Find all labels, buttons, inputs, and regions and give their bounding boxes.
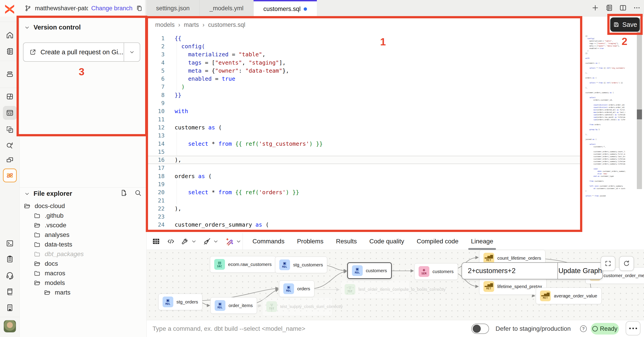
code-editor-panel[interactable]: models›marts›customers.sql 1{{2 config(3… (147, 16, 644, 233)
copilot-wand-icon[interactable] (225, 237, 234, 246)
building-icon[interactable] (3, 301, 17, 315)
code-text: meta = {"owner": "data-team"}, (164, 67, 289, 74)
panel-tab-problems[interactable]: Problems (297, 233, 323, 250)
file-tree-item-.github[interactable]: .github (20, 211, 146, 220)
file-tree-item-macros[interactable]: macros (20, 268, 146, 278)
lineage-node-customers-model[interactable]: ▣MDLcustomers (347, 262, 392, 279)
tab-settings.json[interactable]: settings.json (146, 0, 200, 16)
copilot-dropdown-chevron-icon[interactable] (236, 238, 242, 244)
lineage-node-stg-orders[interactable]: ▣MDLstg_orders (158, 294, 202, 310)
version-control-header[interactable]: Version control (24, 24, 81, 31)
save-button[interactable]: Save (610, 17, 640, 32)
help-icon[interactable]: ? (580, 325, 587, 332)
editor-scrollbar-thumb[interactable] (637, 109, 642, 119)
panel-tab-lineage[interactable]: Lineage (471, 233, 493, 250)
lineage-node-test-order-items[interactable]: ▽TSTtest_order_items_compute_to_bools_co… (340, 280, 410, 299)
new-file-icon[interactable] (120, 189, 128, 197)
lineage-node-order-items[interactable]: ▣MDLorder_items (210, 297, 257, 314)
code-view-icon[interactable] (166, 237, 175, 246)
status-ring-icon (592, 326, 598, 332)
file-tree-label: docs-cloud (35, 202, 65, 210)
node-label: test_supply_costs_sum_correctly (280, 304, 343, 309)
plus-icon[interactable] (591, 4, 599, 13)
stack-icon[interactable] (3, 67, 17, 81)
status-label: Ready (600, 325, 618, 332)
node-label: lifetime_spend_pretax (497, 284, 542, 289)
lineage-canvas[interactable]: ▤SRCecom.raw_customers▣MDLstg_customers▣… (147, 250, 644, 320)
clipboard-icon[interactable] (3, 252, 17, 266)
dashboard-icon[interactable] (3, 90, 17, 103)
file-tree-item-dbt_packages[interactable]: dbt_packages (20, 249, 146, 259)
breadcrumb-item[interactable]: customers.sql (208, 21, 246, 28)
copy-frame-icon[interactable] (3, 123, 17, 137)
file-tree-item-.vscode[interactable]: .vscode (20, 220, 146, 230)
fullscreen-icon (604, 260, 612, 267)
code-editor-icon[interactable] (3, 106, 17, 120)
tab-customers.sql[interactable]: customers.sql (254, 0, 317, 16)
tab-_models.yml[interactable]: _models.yml (200, 0, 254, 16)
file-tree-item-marts[interactable]: marts (20, 288, 146, 297)
copy-branch-icon[interactable] (136, 5, 143, 12)
notebook-panel-icon[interactable] (605, 4, 613, 13)
file-tree-item-docs-cloud[interactable]: docs-cloud (20, 201, 146, 211)
book-icon[interactable] (3, 285, 17, 299)
minimap[interactable]: {{ config( materialized = "table", tags … (586, 35, 625, 211)
file-tree-item-data-tests[interactable]: data-tests (20, 240, 146, 249)
change-branch-link[interactable]: Change branch (91, 5, 132, 12)
home-icon[interactable] (3, 28, 17, 42)
dbt-logo-icon[interactable] (4, 3, 16, 15)
refresh-button[interactable] (619, 256, 634, 271)
results-table-icon[interactable] (152, 237, 160, 246)
panel-tab-results[interactable]: Results (336, 233, 357, 250)
node-label: order_items (228, 303, 253, 308)
ellipsis-icon[interactable] (633, 4, 641, 13)
breadcrumb-item[interactable]: models (155, 21, 175, 28)
code-line-23: 23 (147, 213, 582, 221)
build-wrench-icon[interactable] (181, 237, 190, 246)
windows-icon[interactable] (3, 153, 17, 167)
copilot-atom-icon[interactable] (3, 168, 17, 182)
format-dropdown-chevron-icon[interactable] (213, 238, 219, 244)
annotation-number-3: 3 (79, 66, 84, 78)
build-dropdown-chevron-icon[interactable] (191, 238, 197, 244)
panel-tab-compiled-code[interactable]: Compiled code (416, 233, 458, 250)
notebook-icon[interactable] (3, 44, 17, 58)
chevron-down-icon (24, 191, 30, 197)
version-control-title: Version control (34, 24, 81, 31)
lineage-node-average-order-value[interactable]: ▂▅▇METaverage_order_value (536, 288, 602, 304)
file-tree-item-analyses[interactable]: analyses (20, 230, 146, 240)
fullscreen-button[interactable] (600, 256, 616, 271)
create-pr-main[interactable]: Create a pull request on Gi... (24, 48, 124, 56)
search-icon[interactable] (134, 189, 142, 197)
lineage-search-input[interactable] (462, 263, 558, 279)
format-broom-icon[interactable] (202, 237, 212, 246)
lineage-node-ecom-raw-customers[interactable]: ▤SRCecom.raw_customers (210, 256, 276, 273)
panel-tab-commands[interactable]: Commands (252, 233, 284, 250)
more-options-button[interactable] (626, 321, 640, 336)
file-tree-item-docs[interactable]: docs (20, 259, 146, 268)
line-number: 20 (147, 189, 164, 196)
file-explorer-header[interactable]: File explorer (24, 190, 72, 197)
lineage-node-stg-customers[interactable]: ▣MDLstg_customers (275, 257, 327, 273)
split-pane-icon[interactable] (619, 4, 627, 13)
command-input[interactable] (152, 320, 443, 337)
chevron-down-icon (129, 49, 135, 55)
external-link-icon (29, 48, 36, 56)
lineage-node-test-supply-costs[interactable]: ▽TSTtest_supply_costs_sum_correctly (262, 297, 332, 316)
breadcrumb-item[interactable]: marts (184, 21, 199, 28)
terminal-icon[interactable] (3, 236, 17, 250)
file-tree-item-models[interactable]: models (20, 278, 146, 288)
update-graph-button[interactable]: Update Graph (558, 263, 602, 279)
search-insights-icon[interactable] (3, 138, 17, 152)
panel-tab-code-quality[interactable]: Code quality (370, 233, 404, 250)
user-avatar[interactable] (4, 320, 16, 333)
lineage-node-orders-model[interactable]: ▣MDLorders (279, 281, 314, 297)
node-label: stg_customers (293, 262, 323, 268)
create-pr-button[interactable]: Create a pull request on Gi... (23, 42, 140, 62)
headset-icon[interactable] (3, 268, 17, 282)
defer-toggle[interactable] (471, 324, 489, 334)
lineage-node-customers-semantic[interactable]: ◈SEMcustomers (414, 263, 458, 280)
pr-dropdown-caret[interactable] (124, 43, 140, 61)
code-lines[interactable]: 1{{2 config(3 materialized = "table",4 t… (147, 34, 582, 229)
editor-scrollbar-track[interactable] (637, 18, 642, 189)
